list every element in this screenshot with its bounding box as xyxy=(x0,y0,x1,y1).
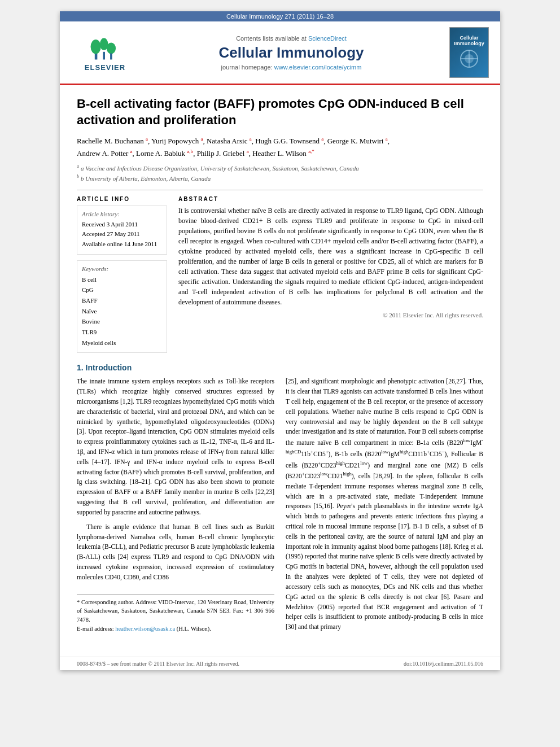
page: Cellular Immunology 271 (2011) 16–28 ELS… xyxy=(60,11,500,670)
affiliation-a: a a Vaccine and Infectious Disease Organ… xyxy=(77,163,483,173)
footnote-corresponding: * Corresponding author. Address: VIDO-In… xyxy=(77,598,274,624)
article-info-abstract-section: ARTICLE INFO Article history: Received 3… xyxy=(77,196,483,353)
homepage-link[interactable]: www.elsevier.com/locate/ycimm xyxy=(274,64,362,71)
keyword-2: CpG xyxy=(82,285,162,295)
svg-point-1 xyxy=(91,40,101,54)
received-date: Received 3 April 2011 xyxy=(82,220,162,230)
svg-rect-4 xyxy=(103,51,105,59)
homepage-prefix: journal homepage: xyxy=(221,64,274,71)
available-date: Available online 14 June 2011 xyxy=(82,239,162,250)
keyword-5: Bovine xyxy=(82,316,162,327)
intro-para-right-1: [25], and significant morphologic and ph… xyxy=(286,377,483,632)
body-left-col: The innate immune system employs recepto… xyxy=(77,377,274,637)
keyword-6: TLR9 xyxy=(82,327,162,338)
section-title: 1. Introduction xyxy=(77,363,483,372)
elsevier-logo: ELSEVIER xyxy=(85,34,125,72)
elsevier-tree-icon xyxy=(88,34,122,62)
section-divider xyxy=(77,190,483,190)
intro-para-1: The innate immune system employs recepto… xyxy=(77,377,274,517)
body-right-col: [25], and significant morphologic and ph… xyxy=(286,377,483,637)
bottom-bar: 0008-8749/$ – see front matter © 2011 El… xyxy=(60,657,500,670)
abstract-text: It is controversial whether naïve B cell… xyxy=(178,206,483,307)
email-label: E-mail address: xyxy=(77,626,114,632)
keyword-3: BAFF xyxy=(82,295,162,306)
keyword-1: B cell xyxy=(82,274,162,285)
body-two-col: The innate immune system employs recepto… xyxy=(77,377,483,637)
keyword-4: Naïve xyxy=(82,306,162,317)
cover-graphic-icon xyxy=(458,47,480,70)
email-person: (H.L. Wilson). xyxy=(177,626,211,632)
article-history-label: Article history: xyxy=(82,211,162,217)
keyword-7: Myeloid cells xyxy=(82,338,162,348)
journal-title-area: Contents lists available at ScienceDirec… xyxy=(139,35,444,71)
section-introduction: 1. Introduction The innate immune system… xyxy=(77,363,483,637)
main-content: B-cell activating factor (BAFF) promotes… xyxy=(60,85,500,648)
article-title: B-cell activating factor (BAFF) promotes… xyxy=(77,96,483,128)
keywords-label: Keywords: xyxy=(82,265,162,272)
sciencedirect-prefix: Contents lists available at xyxy=(236,35,308,42)
article-info-label: ARTICLE INFO xyxy=(77,196,167,202)
elsevier-label: ELSEVIER xyxy=(85,63,125,72)
authors-line: Rachelle M. Buchanan a, Yurij Popowych a… xyxy=(77,135,483,160)
keywords-box: Keywords: B cell CpG BAFF Naïve Bovine T… xyxy=(77,260,167,353)
svg-point-3 xyxy=(107,42,116,54)
issn-text: 0008-8749/$ – see front matter © 2011 El… xyxy=(77,661,239,667)
sciencedirect-line: Contents lists available at ScienceDirec… xyxy=(139,35,444,42)
affiliations: a a Vaccine and Infectious Disease Organ… xyxy=(77,163,483,182)
journal-homepage-line: journal homepage: www.elsevier.com/locat… xyxy=(139,64,444,71)
abstract-label: ABSTRACT xyxy=(178,196,483,202)
article-history-box: Article history: Received 3 April 2011 A… xyxy=(77,206,167,255)
section-number: 1. xyxy=(77,363,84,372)
journal-reference-text: Cellular Immunology 271 (2011) 16–28 xyxy=(226,13,334,20)
sciencedirect-link[interactable]: ScienceDirect xyxy=(308,35,347,42)
copyright-text: © 2011 Elsevier Inc. All rights reserved… xyxy=(178,312,483,318)
svg-rect-5 xyxy=(110,53,112,59)
email-address[interactable]: heather.wilson@usask.ca xyxy=(115,626,175,632)
abstract-column: ABSTRACT It is controversial whether naï… xyxy=(178,196,483,353)
journal-cover-thumbnail: CellularImmunology xyxy=(449,27,489,78)
journal-reference-bar: Cellular Immunology 271 (2011) 16–28 xyxy=(60,11,500,21)
affiliation-b: b b University of Alberta, Edmonton, Alb… xyxy=(77,173,483,183)
footnote-email: E-mail address: heather.wilson@usask.ca … xyxy=(77,624,274,634)
section-title-text: Introduction xyxy=(86,363,132,372)
journal-title: Cellular Immunology xyxy=(139,44,444,62)
intro-para-2: There is ample evidence that human B cel… xyxy=(77,522,274,583)
footnote-area: * Corresponding author. Address: VIDO-In… xyxy=(77,594,274,634)
journal-header: ELSEVIER Contents lists available at Sci… xyxy=(60,21,500,85)
journal-cover-area: CellularImmunology xyxy=(444,27,489,78)
cover-label: CellularImmunology xyxy=(454,35,484,46)
doi-text: doi:10.1016/j.cellimm.2011.05.016 xyxy=(404,661,483,667)
article-info-column: ARTICLE INFO Article history: Received 3… xyxy=(77,196,167,353)
accepted-date: Accepted 27 May 2011 xyxy=(82,229,162,239)
publisher-logo-area: ELSEVIER xyxy=(71,34,139,72)
